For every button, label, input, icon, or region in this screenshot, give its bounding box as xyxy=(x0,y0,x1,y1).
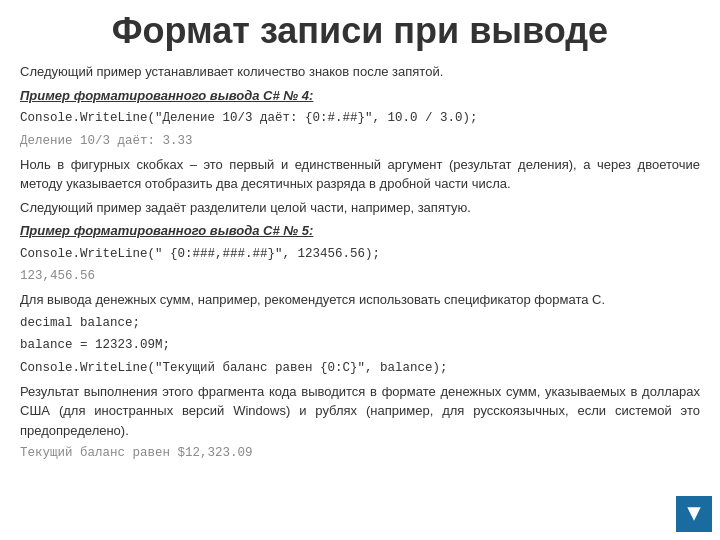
example5-code: Console.WriteLine(" {0:###,###.##}", 123… xyxy=(20,245,700,264)
content-area: Следующий пример устанавливает количеств… xyxy=(20,62,700,463)
svg-marker-0 xyxy=(687,507,700,520)
para3-text: Для вывода денежных сумм, например, реко… xyxy=(20,290,700,310)
code-writeline: Console.WriteLine("Текущий баланс равен … xyxy=(20,359,700,378)
arrow-icon xyxy=(684,504,704,524)
para2-text: Следующий пример задаёт разделители цело… xyxy=(20,198,700,218)
example5-label: Пример форматированного вывода C# № 5: xyxy=(20,221,700,241)
para1-text: Ноль в фигурных скобках – это первый и е… xyxy=(20,155,700,194)
corner-icon-button[interactable] xyxy=(676,496,712,532)
example4-heading: Пример форматированного вывода C# № 4: xyxy=(20,88,313,103)
example5-heading: Пример форматированного вывода C# № 5: xyxy=(20,223,313,238)
page-title: Формат записи при выводе xyxy=(20,10,700,52)
intro-text: Следующий пример устанавливает количеств… xyxy=(20,62,700,82)
example4-code: Console.WriteLine("Деление 10/3 даёт: {0… xyxy=(20,109,700,128)
code-decimal: decimal balance; xyxy=(20,314,700,333)
example4-output: Деление 10/3 даёт: 3.33 xyxy=(20,132,700,151)
example4-label: Пример форматированного вывода C# № 4: xyxy=(20,86,700,106)
code-balance: balance = 12323.09M; xyxy=(20,336,700,355)
page: Формат записи при выводе Следующий приме… xyxy=(0,0,720,540)
para4-text: Результат выполнения этого фрагмента код… xyxy=(20,382,700,441)
final-output: Текущий баланс равен $12,323.09 xyxy=(20,444,700,463)
example5-output: 123,456.56 xyxy=(20,267,700,286)
